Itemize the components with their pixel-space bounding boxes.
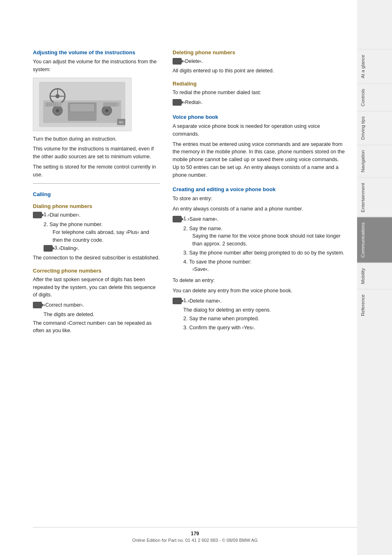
adjusting-para1: You can adjust the volume for the instru… xyxy=(33,58,160,74)
svg-marker-38 xyxy=(178,101,180,103)
voice-icon-1 xyxy=(33,212,42,218)
dialing-subheading: Dialing phone numbers xyxy=(33,203,160,209)
voice-pb-para1: A separate voice phone book is needed fo… xyxy=(173,123,345,138)
svg-marker-36 xyxy=(178,60,180,62)
svg-point-4 xyxy=(56,109,59,112)
correct-cmd-text: ›Correct number‹. xyxy=(44,301,84,309)
step1-text: ›Dial number‹. xyxy=(48,211,81,219)
save-step2-num: 2. xyxy=(183,225,188,231)
svg-rect-29 xyxy=(35,212,39,217)
divider1 xyxy=(33,183,160,184)
footer: 179 Online Edition for Part no. 01 41 2 … xyxy=(33,527,357,543)
adjusting-caption: Turn the button during an instruction. xyxy=(33,135,160,143)
svg-text:001: 001 xyxy=(119,121,124,124)
deleting-subheading: Deleting phone numbers xyxy=(173,49,345,56)
del-step3-text: Confirm the query with ›Yes‹. xyxy=(189,325,255,331)
svg-marker-40 xyxy=(178,217,180,220)
sidebar-tab-entertainment[interactable]: Entertainment xyxy=(357,178,392,217)
svg-rect-41 xyxy=(174,298,178,303)
to-delete-text: To delete an entry: xyxy=(173,277,345,284)
sidebar-tab-controls[interactable]: Controls xyxy=(357,83,392,111)
voice-icon-del1 xyxy=(173,298,182,304)
adjusting-para3: The setting is stored for the remote con… xyxy=(33,163,160,179)
delete-cmd-row: ›Delete‹. xyxy=(173,58,345,65)
left-column: Adjusting the volume of the instructions… xyxy=(33,49,160,337)
del-step1-num: 1. xyxy=(183,297,188,303)
step2-subtext: For telephone calls abroad, say ›Plus‹ a… xyxy=(53,229,160,244)
del-step1: 1. ›Delete name‹. xyxy=(173,297,345,305)
step1-num: 1. xyxy=(44,211,48,217)
save-step4-text: To save the phone number: xyxy=(189,259,251,265)
sidebar-tab-reference[interactable]: Reference xyxy=(357,289,392,321)
delete-note: All digits entered up to this point are … xyxy=(173,67,345,75)
redial-para: To redial the phone number dialed last: xyxy=(173,89,345,97)
svg-rect-33 xyxy=(35,302,39,307)
copyright: Online Edition for Part no. 01 41 2 602 … xyxy=(33,538,357,543)
sidebar-tab-mobility[interactable]: Mobility xyxy=(357,263,392,289)
sidebar-tab-at-a-glance[interactable]: At a glance xyxy=(357,49,392,83)
save-step2: 2. Say the name. Saying the name for the… xyxy=(173,225,345,248)
svg-rect-35 xyxy=(174,58,178,63)
svg-rect-39 xyxy=(174,216,178,221)
del-step3-num: 3. xyxy=(183,324,188,331)
save-step3-num: 3. xyxy=(183,250,188,256)
creating-heading: Creating and editing a voice phone book xyxy=(173,186,345,192)
to-store-note: An entry always consists of a name and a… xyxy=(173,205,345,213)
save-step4-cmd: ›Save‹. xyxy=(183,266,345,273)
page-number: 179 xyxy=(33,531,357,536)
connection-text: The connection to the desired subscriber… xyxy=(33,254,160,262)
del-step3: 3. Confirm the query with ›Yes‹. xyxy=(173,324,345,332)
right-column: Deleting phone numbers ›Delete‹. All dig… xyxy=(173,49,345,337)
svg-point-6 xyxy=(105,109,108,112)
svg-rect-31 xyxy=(45,245,49,250)
redialing-subheading: Redialing xyxy=(173,81,345,87)
voice-icon-save1 xyxy=(173,216,182,222)
voice-icon-delete xyxy=(173,58,182,65)
step2-num: 2. xyxy=(44,221,48,227)
correct-cmd-row: ›Correct number‹. xyxy=(33,301,160,309)
svg-marker-30 xyxy=(39,213,40,216)
dial-step1: 1. ›Dial number‹. xyxy=(33,211,160,219)
del-step1-text: ›Delete name‹. xyxy=(188,297,222,305)
save-step3: 3. Say the phone number after being prom… xyxy=(173,249,345,257)
svg-marker-32 xyxy=(49,247,51,249)
save-step3-text: Say the phone number after being prompte… xyxy=(189,250,344,256)
correct-para: After the last spoken sequence of digits… xyxy=(33,276,160,299)
voice-icon-3 xyxy=(44,245,53,252)
del-step2: 2. Say the name when prompted. xyxy=(173,315,345,323)
redial-cmd-text: ›Redial‹. xyxy=(183,99,203,106)
svg-rect-7 xyxy=(70,104,95,112)
redial-cmd-row: ›Redial‹. xyxy=(173,99,345,106)
adjusting-para2: This volume for the instructions is main… xyxy=(33,145,160,161)
save-step1-text: ›Save name‹. xyxy=(188,215,219,223)
save-step4-num: 4. xyxy=(183,259,188,265)
svg-point-9 xyxy=(55,94,60,98)
sidebar-tab-driving-tips[interactable]: Driving tips xyxy=(357,111,392,145)
dial-step3: 3. ›Dialing‹. xyxy=(44,245,160,252)
save-step1: 1. ›Save name‹. xyxy=(173,215,345,223)
del-step2-text: Say the name when prompted. xyxy=(189,316,259,321)
save-step2-text: Say the name. xyxy=(189,226,222,231)
calling-heading: Calling xyxy=(33,191,160,197)
correct-sub: The digits are deleted. xyxy=(33,311,160,319)
dial-step2: 2. Say the phone number. For telephone c… xyxy=(33,221,160,244)
sidebar: At a glance Controls Driving tips Naviga… xyxy=(357,0,392,555)
step2-text: Say the phone number. xyxy=(49,222,102,227)
svg-rect-37 xyxy=(174,99,178,104)
delete-cmd-text: ›Delete‹. xyxy=(183,58,203,65)
sidebar-tab-navigation[interactable]: Navigation xyxy=(357,145,392,177)
to-store-text: To store an entry: xyxy=(173,195,345,203)
del-step2-num: 2. xyxy=(183,315,188,321)
adjusting-volume-heading: Adjusting the volume of the instructions xyxy=(33,49,160,56)
svg-marker-34 xyxy=(39,303,40,306)
to-delete-note: You can delete any entry from the voice … xyxy=(173,287,345,295)
svg-marker-42 xyxy=(178,299,180,302)
voice-icon-redial xyxy=(173,99,182,106)
sidebar-tab-communications[interactable]: Communications xyxy=(357,217,392,263)
save-step4: 4. To save the phone number: ›Save‹. xyxy=(173,258,345,274)
voice-phonebook-heading: Voice phone book xyxy=(173,114,345,120)
save-step2-sub: Saying the name for the voice phone book… xyxy=(183,232,345,248)
car-image: 001 xyxy=(33,78,131,131)
main-content: Adjusting the volume of the instructions… xyxy=(0,0,357,555)
save-step1-num: 1. xyxy=(183,215,188,222)
